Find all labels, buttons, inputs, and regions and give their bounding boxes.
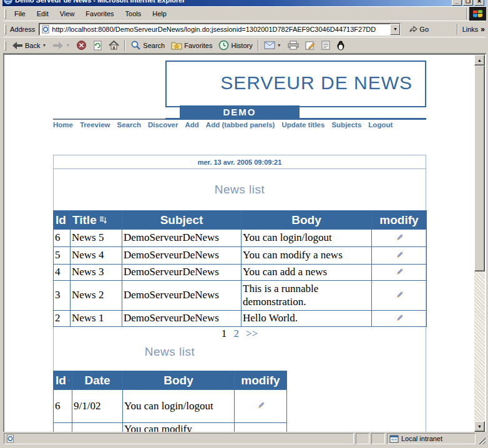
forward-button[interactable]: ▼ (49, 39, 73, 52)
links-chevron[interactable]: » (481, 25, 485, 34)
web-page: SERVEUR DE NEWS DEMO Home Treeview Searc… (4, 55, 474, 432)
page-ie-icon (6, 434, 14, 443)
cell-title: News 2 (71, 281, 122, 311)
cell-modify (372, 247, 427, 265)
toolbar-grip[interactable] (4, 24, 6, 34)
pagination: 1 2 >> (54, 328, 426, 340)
history-button[interactable]: History (215, 39, 255, 52)
toolbar-grip[interactable] (4, 41, 6, 51)
address-input[interactable]: http://localhost:8080/DemoServeurDeNews/… (39, 23, 401, 36)
col-title[interactable]: Title (71, 211, 122, 230)
main-nav: Home Treeview Search Discover Add Add (t… (53, 121, 440, 129)
cell-body: You can add a news (242, 265, 372, 281)
maximize-button[interactable]: ❐ (463, 0, 473, 6)
address-dropdown-button[interactable]: ▼ (390, 24, 400, 35)
nav-treeview[interactable]: Treeview (80, 121, 110, 129)
col-id-label: Id (56, 374, 66, 387)
col-title-label: Title (72, 213, 97, 227)
scroll-up-button[interactable]: ▲ (474, 55, 485, 66)
cell-subject: DemoServeurDeNews (122, 265, 242, 281)
table-row: 5 News 4 DemoServeurDeNews You can modif… (54, 247, 427, 265)
edit-pencil-icon[interactable] (256, 399, 266, 409)
minimize-button[interactable]: _ (452, 0, 462, 6)
nav-add[interactable]: Add (185, 121, 199, 129)
col-body-label: Body (163, 374, 193, 387)
document-icon (321, 41, 330, 50)
edit-pencil-icon[interactable] (394, 266, 404, 276)
browser-window: Demo Serveur de News - Microsoft Interne… (0, 0, 488, 448)
cell-date: 9/1/02 (72, 390, 123, 423)
scroll-down-button[interactable]: ▼ (474, 421, 485, 432)
menu-help[interactable]: Help (147, 8, 172, 19)
standard-buttons-toolbar: Back ▼ ▼ (3, 37, 486, 54)
edit-pencil-icon[interactable] (394, 289, 404, 299)
favorites-button[interactable]: Favorites (168, 39, 215, 52)
scrollbar-thumb[interactable] (474, 66, 485, 271)
nav-subjects[interactable]: Subjects (331, 121, 361, 129)
forward-dropdown-icon[interactable]: ▼ (66, 43, 70, 47)
table-row: 6 9/1/02 You can login/logout (54, 390, 287, 423)
menu-file[interactable]: File (9, 8, 31, 19)
cell-modify (372, 311, 427, 327)
pagination-page-2[interactable]: 2 (233, 328, 239, 339)
sort-icon[interactable] (99, 216, 107, 225)
back-button[interactable]: Back ▼ (9, 39, 49, 52)
menu-view[interactable]: View (54, 8, 81, 19)
col-id-label: Id (56, 213, 66, 227)
discuss-button[interactable] (318, 39, 333, 52)
refresh-button[interactable] (90, 39, 105, 52)
pagination-next[interactable]: >> (246, 328, 258, 339)
links-label[interactable]: Links (462, 26, 479, 33)
edit-pencil-icon[interactable] (394, 231, 404, 241)
datetime-bar: mer. 13 avr. 2005 09:09:21 (54, 155, 426, 169)
vertical-scrollbar[interactable]: ▲ ▼ (474, 55, 485, 432)
go-button[interactable]: Go (406, 24, 432, 34)
nav-home[interactable]: Home (53, 121, 73, 129)
cell-id: 3 (54, 281, 71, 311)
nav-logout[interactable]: Logout (368, 121, 393, 129)
resize-grip-icon[interactable] (477, 436, 486, 444)
cell-modify (372, 265, 427, 281)
history-label: History (231, 42, 252, 49)
toolbar-grip[interactable] (4, 9, 6, 19)
col-id[interactable]: Id (54, 211, 71, 230)
menu-bar: File Edit View Favorites Tools Help (3, 6, 486, 21)
search-button[interactable]: Search (127, 39, 168, 52)
cell-body: You can modify (123, 423, 235, 432)
mail-dropdown-icon[interactable]: ▼ (277, 43, 281, 47)
cell-modify (235, 423, 287, 432)
stop-button[interactable] (73, 39, 90, 52)
title-bar[interactable]: Demo Serveur de News - Microsoft Interne… (2, 0, 487, 6)
col-modify-label: modify (241, 374, 280, 387)
cell-id: 6 (54, 230, 71, 247)
nav-discover[interactable]: Discover (148, 121, 178, 129)
home-button[interactable] (105, 39, 122, 52)
col-body-label: Body (291, 213, 321, 227)
back-dropdown-icon[interactable]: ▼ (42, 43, 46, 47)
menu-edit[interactable]: Edit (31, 8, 54, 19)
col-id[interactable]: Id (54, 371, 72, 390)
messenger-button[interactable] (333, 39, 348, 52)
nav-add-tabbed[interactable]: Add (tabbed panels) (206, 121, 275, 129)
edit-pencil-icon[interactable] (394, 249, 404, 259)
print-button[interactable] (285, 39, 302, 52)
edit-page-icon (305, 41, 315, 50)
ie-logo-icon (4, 0, 12, 4)
address-bar: Address http://localhost:8080/DemoServeu… (3, 21, 486, 37)
edit-button[interactable] (302, 39, 318, 52)
sort-icon[interactable] (69, 376, 70, 385)
close-button[interactable]: ✕ (474, 0, 484, 6)
menu-favorites[interactable]: Favorites (80, 8, 119, 19)
cell-body: You can login/logout (123, 390, 235, 423)
page-ie-icon (41, 25, 50, 34)
browser-viewport: SERVEUR DE NEWS DEMO Home Treeview Searc… (3, 54, 486, 433)
menu-tools[interactable]: Tools (120, 8, 147, 19)
mail-button[interactable]: ▼ (261, 39, 285, 52)
cell-body: You can modify a news (242, 247, 372, 265)
nav-update-titles[interactable]: Update titles (281, 121, 325, 129)
table-row: 4 News 3 DemoServeurDeNews You can add a… (54, 265, 427, 281)
mail-icon (264, 41, 275, 49)
nav-search[interactable]: Search (117, 121, 141, 129)
cell-body: You can login/logout (242, 230, 372, 247)
edit-pencil-icon[interactable] (394, 312, 404, 322)
